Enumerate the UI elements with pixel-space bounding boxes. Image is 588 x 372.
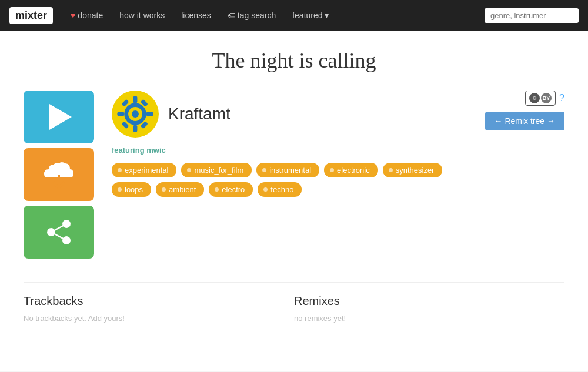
page-title: The night is calling [24, 48, 564, 73]
tag[interactable]: ambient [156, 182, 204, 197]
tag[interactable]: loops [112, 182, 151, 197]
search-input[interactable] [485, 8, 579, 23]
trackbacks-title: Trackbacks [24, 294, 294, 308]
action-buttons [24, 91, 94, 259]
remixes-title: Remixes [294, 294, 564, 308]
share-button[interactable] [24, 206, 94, 259]
nav-tag-search[interactable]: 🏷tag search [228, 11, 276, 20]
site-logo[interactable]: mixter [9, 7, 53, 24]
tag[interactable]: experimental [112, 163, 176, 177]
cc-license: © BY [525, 91, 556, 106]
track-info: Kraftamt featuring mwic experimentalmusi… [112, 91, 467, 197]
svg-rect-9 [117, 112, 124, 116]
heart-icon: ♥ [71, 11, 75, 20]
nav-donate[interactable]: ♥donate [71, 11, 103, 20]
help-icon[interactable]: ? [559, 93, 564, 103]
tag-dot [162, 187, 166, 192]
tag-dot [118, 168, 122, 172]
artist-row: Kraftamt [112, 91, 467, 138]
svg-rect-7 [133, 96, 138, 103]
main-content: The night is calling [0, 31, 588, 371]
nav-featured[interactable]: featured ▾ [292, 11, 329, 20]
tag[interactable]: synthesizer [383, 163, 443, 177]
nav-licenses[interactable]: licenses [181, 11, 211, 20]
share-svg-icon [44, 219, 74, 245]
track-section: Kraftamt featuring mwic experimentalmusi… [24, 91, 564, 259]
featuring: featuring mwic [112, 146, 467, 155]
tag[interactable]: electro [209, 182, 253, 197]
cc-icon: © [529, 93, 540, 103]
artist-avatar [112, 91, 159, 138]
chevron-down-icon: ▾ [325, 11, 329, 20]
play-button[interactable] [24, 91, 94, 143]
svg-rect-10 [146, 112, 153, 116]
remix-tree-button[interactable]: ← Remix tree → [485, 112, 564, 130]
tag-dot [330, 168, 334, 172]
svg-point-17 [132, 110, 139, 118]
svg-line-5 [51, 232, 66, 240]
trackbacks-section: Trackbacks No trackbacks yet. Add yours! [24, 294, 294, 323]
svg-rect-8 [133, 125, 138, 132]
tag-dot [262, 168, 266, 172]
tags: experimentalmusic_for_filminstrumentalel… [112, 163, 467, 197]
tag[interactable]: techno [258, 182, 302, 197]
tag-dot [389, 168, 393, 172]
nav-links: ♥donate how it works licenses 🏷tag searc… [71, 11, 485, 20]
svg-line-4 [51, 224, 66, 232]
artist-name: Kraftamt [168, 105, 230, 123]
remixes-section: Remixes no remixes yet! [294, 294, 564, 323]
tag[interactable]: instrumental [256, 163, 319, 177]
tag[interactable]: electronic [324, 163, 378, 177]
artist-avatar-svg [115, 94, 155, 134]
play-icon [49, 104, 72, 130]
download-button[interactable] [24, 148, 94, 201]
cc-by-icon: BY [541, 93, 552, 103]
tag-dot [215, 187, 219, 192]
tag-dot [118, 187, 122, 192]
tag-dot [263, 187, 268, 192]
bottom-sections: Trackbacks No trackbacks yet. Add yours!… [24, 282, 564, 323]
nav-how-it-works[interactable]: how it works [119, 11, 165, 20]
license-badge: © BY ? [525, 91, 564, 106]
navbar: mixter ♥donate how it works licenses 🏷ta… [0, 0, 588, 31]
tag-dot [187, 168, 191, 172]
remixes-empty: no remixes yet! [294, 314, 564, 323]
cc-icons: © BY [529, 93, 552, 103]
trackbacks-empty: No trackbacks yet. Add yours! [24, 314, 294, 323]
track-meta: © BY ? ← Remix tree → [485, 91, 564, 130]
tag[interactable]: music_for_film [181, 163, 252, 177]
download-svg-icon [41, 159, 77, 191]
tag-icon: 🏷 [228, 11, 236, 20]
